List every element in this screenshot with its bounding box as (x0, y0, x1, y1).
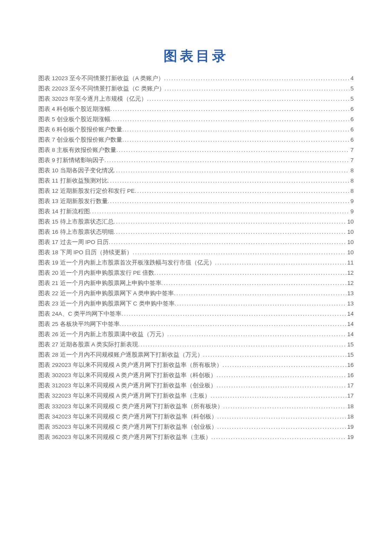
toc-entry: 图表 332023 年以来不同规模 C 类户逐月网下打新收益率（所有板块）18 (38, 401, 354, 412)
toc-entry: 图表 7 创业板个股报价账户数量6 (38, 135, 354, 145)
toc-entry-label: 图表 26 近一个月内新上市股票满中收益（万元） (38, 329, 167, 340)
toc-entry-page: 15 (346, 350, 354, 360)
page-title: 图表目录 (38, 47, 354, 66)
toc-entry-page: 8 (349, 176, 354, 186)
toc-entry-label: 图表 292023 年以来不同规模 A 类户逐月网下打新收益率（所有板块） (38, 360, 222, 370)
toc-leader-dots (122, 125, 349, 135)
toc-entry-label: 图表 13 近期新股发行数量 (38, 196, 108, 206)
toc-entry-page: 17 (346, 381, 354, 391)
toc-entry: 图表 28 近一个月内不同规模账户逐股票网下打新收益（万元）15 (38, 350, 354, 360)
toc-entry-label: 图表 21 近一个月内新申购股票网上申购中签率 (38, 278, 161, 288)
toc-entry-label: 图表 9 打新情绪影响因子 (38, 155, 104, 166)
toc-entry-page: 14 (346, 309, 354, 319)
table-of-contents: 图表 12023 至今不同情景打新收益（A 类账户）4图表 22023 至今不同… (38, 73, 354, 442)
toc-leader-dots (138, 340, 346, 350)
toc-entry: 图表 312023 年以来不同规模 A 类户逐月网下打新收益率（创业板）17 (38, 381, 354, 391)
toc-entry-page: 15 (346, 340, 354, 350)
toc-entry: 图表 20 近一个月内新申购股票发行 PE 倍数12 (38, 268, 354, 278)
toc-entry-label: 图表 302023 年以来不同规模 A 类户逐月网下打新收益率（科创板） (38, 370, 216, 381)
toc-entry-label: 图表 20 近一个月内新申购股票发行 PE 倍数 (38, 268, 154, 278)
toc-entry-label: 图表 312023 年以来不同规模 A 类户逐月网下打新收益率（创业板） (38, 381, 216, 391)
toc-entry-page: 6 (349, 125, 354, 135)
toc-leader-dots (121, 309, 346, 319)
toc-leader-dots (120, 319, 346, 329)
toc-entry-label: 图表 22 近一个月内新申购股票网下 A 类申购中签率 (38, 288, 174, 299)
toc-entry: 图表 18 下周 IPO 日历（持续更新）10 (38, 247, 354, 258)
toc-entry-page: 12 (346, 268, 354, 278)
toc-leader-dots (175, 299, 346, 309)
toc-entry: 图表 362023 年以来不同规模 C 类户逐月网下打新收益率（主板）19 (38, 432, 354, 442)
toc-entry-label: 图表 16 待上市股票状态明细 (38, 227, 114, 237)
toc-leader-dots (114, 166, 350, 176)
toc-entry: 图表 11 打新收益预测对比8 (38, 176, 354, 186)
toc-entry: 图表 5 创业板个股近期涨幅6 (38, 114, 354, 125)
toc-entry-label: 图表 332023 年以来不同规模 C 类户逐月网下打新收益率（所有板块） (38, 401, 223, 412)
toc-entry-label: 图表 12023 至今不同情景打新收益（A 类账户） (38, 73, 164, 84)
toc-leader-dots (222, 360, 346, 370)
toc-leader-dots (110, 114, 349, 125)
toc-leader-dots (216, 381, 346, 391)
toc-entry: 图表 12 近期新股发行定价和发行 PE8 (38, 186, 354, 196)
toc-leader-dots (133, 247, 346, 258)
toc-entry-page: 10 (346, 247, 354, 258)
toc-leader-dots (116, 145, 349, 155)
toc-entry: 图表 6 科创板个股报价账户数量6 (38, 125, 354, 135)
toc-leader-dots (203, 350, 346, 360)
toc-entry-label: 图表 5 创业板个股近期涨幅 (38, 114, 110, 125)
toc-entry-label: 图表 7 创业板个股报价账户数量 (38, 135, 122, 145)
toc-entry-page: 7 (349, 155, 354, 166)
toc-entry-label: 图表 322023 年以来不同规模 A 类户逐月网下打新收益率（主板） (38, 391, 210, 401)
toc-entry-label: 图表 15 待上市股票状态汇总 (38, 217, 114, 227)
toc-entry-label: 图表 28 近一个月内不同规模账户逐股票网下打新收益（万元） (38, 350, 203, 360)
toc-entry-label: 图表 22023 至今不同情景打新收益（C 类账户） (38, 84, 165, 94)
toc-entry: 图表 27 近期各股票 A 类实际打新表现15 (38, 340, 354, 350)
toc-leader-dots (90, 206, 350, 217)
toc-entry: 图表 10 当期各因子变化情况8 (38, 166, 354, 176)
toc-leader-dots (114, 217, 346, 227)
toc-entry: 图表 24A、C 类平均网下中签率14 (38, 309, 354, 319)
toc-leader-dots (164, 73, 349, 84)
toc-leader-dots (216, 370, 346, 381)
toc-entry-page: 18 (346, 412, 354, 422)
toc-entry: 图表 22 近一个月内新申购股票网下 A 类申购中签率13 (38, 288, 354, 299)
toc-entry-label: 图表 19 近一个月内新上市股票首次开板涨跌幅与发行市值（亿元） (38, 258, 215, 268)
toc-entry-page: 16 (346, 360, 354, 370)
toc-leader-dots (161, 278, 346, 288)
toc-entry: 图表 302023 年以来不同规模 A 类户逐月网下打新收益率（科创板）16 (38, 370, 354, 381)
toc-leader-dots (174, 288, 346, 299)
toc-entry: 图表 8 主板有效报价账户数量7 (38, 145, 354, 155)
toc-entry-label: 图表 12 近期新股发行定价和发行 PE (38, 186, 135, 196)
toc-leader-dots (211, 432, 346, 442)
toc-entry: 图表 14 打新流程图9 (38, 206, 354, 217)
toc-entry-page: 19 (346, 422, 354, 432)
toc-entry-page: 9 (349, 206, 354, 217)
toc-entry: 图表 15 待上市股票状态汇总10 (38, 217, 354, 227)
toc-entry: 图表 26 近一个月内新上市股票满中收益（万元）14 (38, 329, 354, 340)
toc-entry-label: 图表 362023 年以来不同规模 C 类户逐月网下打新收益率（主板） (38, 432, 211, 442)
toc-entry-page: 11 (346, 258, 354, 268)
toc-entry: 图表 4 科创板个股近期涨幅6 (38, 104, 354, 114)
toc-entry-label: 图表 27 近期各股票 A 类实际打新表现 (38, 340, 138, 350)
toc-entry-label: 图表 14 打新流程图 (38, 206, 90, 217)
toc-entry: 图表 21 近一个月内新申购股票网上申购中签率12 (38, 278, 354, 288)
toc-entry: 图表 342023 年以来不同规模 C 类户逐月网下打新收益率（科创板）18 (38, 412, 354, 422)
toc-leader-dots (165, 84, 350, 94)
toc-entry-page: 5 (349, 94, 354, 104)
toc-leader-dots (217, 412, 346, 422)
toc-leader-dots (122, 135, 349, 145)
toc-entry-page: 5 (349, 84, 354, 94)
document-page: 图表目录 图表 12023 至今不同情景打新收益（A 类账户）4图表 22023… (0, 0, 392, 442)
toc-entry-page: 6 (349, 135, 354, 145)
toc-entry: 图表 16 待上市股票状态明细10 (38, 227, 354, 237)
toc-entry-label: 图表 10 当期各因子变化情况 (38, 166, 114, 176)
toc-entry-label: 图表 32023 年至今逐月上市规模（亿元） (38, 94, 147, 104)
toc-entry: 图表 292023 年以来不同规模 A 类户逐月网下打新收益率（所有板块）16 (38, 360, 354, 370)
toc-entry-page: 17 (346, 391, 354, 401)
toc-entry-label: 图表 11 打新收益预测对比 (38, 176, 108, 186)
toc-entry-page: 19 (346, 432, 354, 442)
toc-entry-page: 10 (346, 227, 354, 237)
toc-entry-label: 图表 352023 年以来不同规模 C 类户逐月网下打新收益率（创业板） (38, 422, 217, 432)
toc-entry-label: 图表 342023 年以来不同规模 C 类户逐月网下打新收益率（科创板） (38, 412, 217, 422)
toc-entry: 图表 19 近一个月内新上市股票首次开板涨跌幅与发行市值（亿元）11 (38, 258, 354, 268)
toc-entry-label: 图表 23 近一个月内新申购股票网下 C 类申购中签率 (38, 299, 175, 309)
